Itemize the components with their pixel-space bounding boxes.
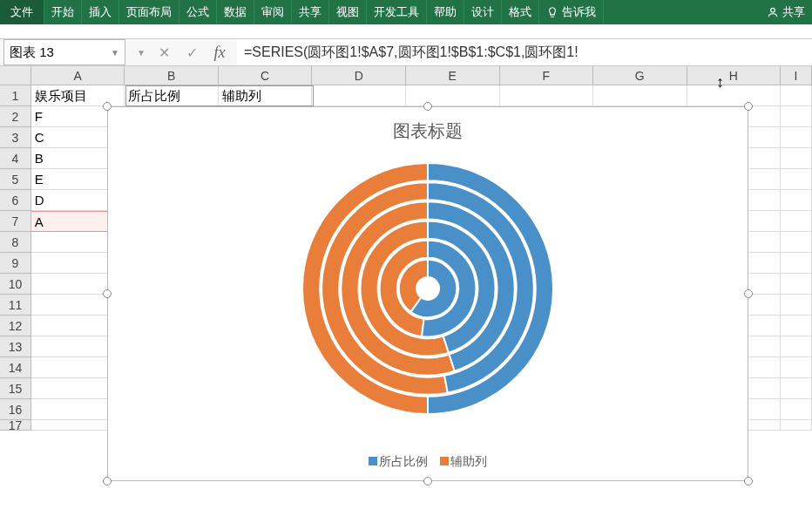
legend-label-1: 所占比例 [379, 454, 428, 468]
select-all-corner[interactable] [0, 66, 31, 85]
chart-legend[interactable]: 所占比例 辅助列 [108, 454, 748, 470]
legend-swatch-orange [440, 457, 449, 465]
row-header[interactable]: 1 [0, 85, 31, 106]
col-header-C[interactable]: C [219, 66, 313, 85]
cell-B1[interactable]: 所占比例 [125, 85, 219, 106]
row-header[interactable]: 13 [0, 336, 31, 357]
ribbon-tab-view[interactable]: 视图 [329, 0, 367, 24]
ribbon-subrow [0, 24, 812, 38]
ribbon-tab-formulas[interactable]: 公式 [179, 0, 217, 24]
row-header[interactable]: 10 [0, 274, 31, 295]
ribbon-tab-design[interactable]: 设计 [464, 0, 502, 24]
rows: 1娱乐项目所占比例辅助列 2F 3C 4B 5E 6D 7A 8 9 10 11… [0, 85, 812, 431]
cell-H1[interactable] [687, 85, 782, 106]
ribbon-tab-share[interactable]: 共享 [292, 0, 329, 24]
cell-I11[interactable] [781, 295, 812, 316]
col-header-E[interactable]: E [406, 66, 500, 85]
chart-plot-area[interactable] [297, 158, 558, 419]
col-header-D[interactable]: D [312, 66, 406, 85]
row-header[interactable]: 17 [0, 420, 31, 431]
tell-me[interactable]: 告诉我 [539, 0, 604, 24]
row-header[interactable]: 16 [0, 399, 31, 420]
cell-I9[interactable] [781, 253, 812, 274]
accept-formula-button[interactable]: ✓ [178, 40, 206, 65]
ribbon-tab-help[interactable]: 帮助 [427, 0, 464, 24]
chart-handle-tm[interactable] [423, 102, 432, 111]
spreadsheet-grid: A B C D E F G H I 1娱乐项目所占比例辅助列 2F 3C 4B … [0, 66, 812, 431]
cell-I4[interactable] [781, 148, 812, 169]
cell-F1[interactable] [500, 85, 594, 106]
chart-object[interactable]: 图表标题 所占比例 辅助列 [107, 106, 748, 481]
ribbon: 文件 开始 插入 页面布局 公式 数据 审阅 共享 视图 开发工具 帮助 设计 … [0, 0, 812, 24]
ribbon-tab-format[interactable]: 格式 [502, 0, 539, 24]
svg-point-0 [771, 8, 775, 12]
cell-C1[interactable]: 辅助列 [219, 85, 313, 106]
cell-I10[interactable] [781, 274, 812, 295]
cell-I5[interactable] [781, 169, 812, 190]
formula-dropdown-icon[interactable]: ▼ [132, 40, 150, 65]
chart-handle-bl[interactable] [103, 477, 112, 486]
fx-button[interactable]: fx [206, 40, 233, 65]
chart-handle-ml[interactable] [103, 289, 112, 298]
col-header-F[interactable]: F [500, 66, 594, 85]
ribbon-tab-layout[interactable]: 页面布局 [119, 0, 179, 24]
ribbon-tab-file[interactable]: 文件 [0, 0, 44, 24]
row-header[interactable]: 2 [0, 106, 31, 127]
col-header-H[interactable]: H [687, 66, 782, 85]
ribbon-tab-data[interactable]: 数据 [217, 0, 254, 24]
chart-handle-tl[interactable] [103, 102, 112, 111]
name-box[interactable]: 图表 13 ▼ [3, 39, 125, 65]
cell-I7[interactable] [781, 211, 812, 232]
cell-E1[interactable] [406, 85, 500, 106]
chart-handle-tr[interactable] [744, 102, 753, 111]
chart-handle-br[interactable] [744, 477, 753, 486]
row-header[interactable]: 8 [0, 232, 31, 253]
column-headers: A B C D E F G H I [0, 66, 812, 85]
row-header[interactable]: 4 [0, 148, 31, 169]
ribbon-share-label: 共享 [782, 4, 805, 20]
cell-I6[interactable] [781, 190, 812, 211]
ribbon-tab-home[interactable]: 开始 [44, 0, 82, 24]
cell-G1[interactable] [593, 85, 687, 106]
formula-bar: 图表 13 ▼ ▼ ✕ ✓ fx =SERIES(圆环图1!$A$7,圆环图1!… [0, 38, 812, 66]
cell-I8[interactable] [781, 232, 812, 253]
row-header[interactable]: 14 [0, 357, 31, 378]
chart-handle-bm[interactable] [423, 477, 432, 486]
cancel-formula-button[interactable]: ✕ [150, 40, 178, 65]
formula-input[interactable]: =SERIES(圆环图1!$A$7,圆环图1!$B$1:$C$1,圆环图1! [237, 39, 812, 65]
col-header-B[interactable]: B [125, 66, 219, 85]
formula-controls: ▼ ✕ ✓ fx [129, 40, 237, 65]
chart-handle-mr[interactable] [744, 289, 753, 298]
row-header[interactable]: 9 [0, 253, 31, 274]
cell-I13[interactable] [781, 336, 812, 357]
cell-I2[interactable] [781, 106, 812, 127]
row-header[interactable]: 6 [0, 190, 31, 211]
ribbon-tab-insert[interactable]: 插入 [82, 0, 119, 24]
legend-swatch-blue [369, 457, 377, 465]
ribbon-share[interactable]: 共享 [760, 0, 812, 24]
row-header[interactable]: 3 [0, 127, 31, 148]
chart-title[interactable]: 图表标题 [108, 119, 748, 143]
col-header-G[interactable]: G [593, 66, 687, 85]
lightbulb-icon [546, 6, 558, 18]
name-box-dropdown-icon[interactable]: ▼ [111, 48, 119, 58]
cell-D1[interactable] [312, 85, 406, 106]
ribbon-tab-developer[interactable]: 开发工具 [367, 0, 427, 24]
cell-I15[interactable] [781, 378, 812, 399]
cell-I17[interactable] [781, 420, 812, 431]
name-box-value: 图表 13 [10, 44, 54, 61]
row-header[interactable]: 12 [0, 316, 31, 336]
col-header-A[interactable]: A [31, 66, 125, 85]
ribbon-tab-review[interactable]: 审阅 [254, 0, 292, 24]
row-header[interactable]: 5 [0, 169, 31, 190]
cell-I16[interactable] [781, 399, 812, 420]
cell-I3[interactable] [781, 127, 812, 148]
cell-I14[interactable] [781, 357, 812, 378]
row-header[interactable]: 15 [0, 378, 31, 399]
col-header-I[interactable]: I [781, 66, 812, 85]
cell-I1[interactable] [781, 85, 812, 106]
cell-I12[interactable] [781, 316, 812, 336]
person-icon [767, 6, 779, 18]
row-header[interactable]: 7 [0, 211, 31, 232]
row-header[interactable]: 11 [0, 295, 31, 316]
